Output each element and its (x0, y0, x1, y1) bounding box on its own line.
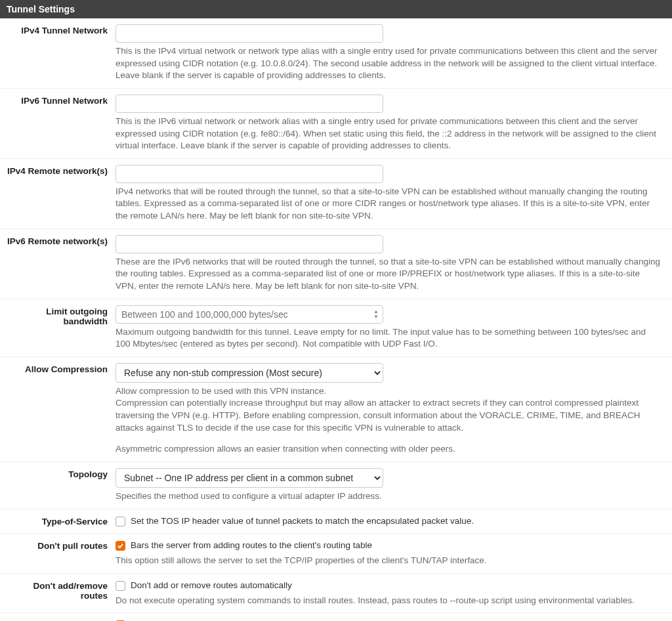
help-dont-add: Do not execute operating system commands… (116, 595, 663, 607)
label-ipv6-tunnel: IPv6 Tunnel Network (4, 95, 116, 152)
panel-title: Tunnel Settings (7, 4, 75, 14)
label-compression: Allow Compression (4, 363, 116, 456)
row-ipv4-tunnel: IPv4 Tunnel Network This is the IPv4 vir… (0, 18, 672, 89)
help-ipv4-tunnel: This is the IPv4 virtual network or netw… (116, 45, 663, 82)
checkbox-label-tos: Set the TOS IP header value of tunnel pa… (131, 515, 474, 528)
row-compression: Allow Compression Refuse any non-stub co… (0, 357, 672, 462)
help-ipv6-remote: These are the IPv6 networks that will be… (116, 256, 663, 293)
label-dont-add: Don't add/remove routes (4, 580, 116, 607)
checkbox-label-dont-pull: Bars the server from adding routes to th… (131, 540, 372, 552)
label-ipv6-remote: IPv6 Remote network(s) (4, 235, 116, 293)
row-ipv4-remote: IPv4 Remote network(s) IPv4 networks tha… (0, 159, 672, 229)
label-dont-pull: Don't pull routes (4, 540, 116, 567)
checkbox-tos[interactable] (116, 517, 125, 526)
input-bandwidth[interactable] (116, 305, 383, 324)
panel-header: Tunnel Settings (0, 0, 672, 18)
row-dont-pull: Don't pull routes Bars the server from a… (0, 534, 672, 574)
select-compression[interactable]: Refuse any non-stub compression (Most se… (116, 363, 383, 383)
row-tos: Type-of-Service Set the TOS IP header va… (0, 509, 672, 534)
help-ipv6-tunnel: This is the IPv6 virtual network or netw… (116, 116, 663, 152)
row-ipv6-remote: IPv6 Remote network(s) These are the IPv… (0, 229, 672, 299)
select-topology[interactable]: Subnet -- One IP address per client in a… (116, 468, 383, 488)
label-bandwidth: Limit outgoing bandwidth (4, 305, 116, 351)
input-ipv6-remote[interactable] (116, 235, 383, 253)
row-ipv6-tunnel: IPv6 Tunnel Network This is the IPv6 vir… (0, 89, 672, 159)
label-tos: Type-of-Service (4, 515, 116, 528)
checkbox-dont-add[interactable] (116, 581, 125, 591)
help-ipv4-remote: IPv4 networks that will be routed throug… (116, 186, 663, 223)
help-dont-pull: This option still allows the server to s… (116, 555, 663, 567)
input-ipv4-tunnel[interactable] (116, 24, 383, 43)
help-compression: Allow compression to be used with this V… (116, 385, 663, 456)
row-pull-dns: Pull DNS Add server provided DNS If this… (0, 613, 672, 621)
label-topology: Topology (4, 468, 116, 503)
input-ipv6-tunnel[interactable] (116, 95, 383, 113)
label-ipv4-remote: IPv4 Remote network(s) (4, 165, 116, 223)
check-icon (117, 542, 124, 549)
help-topology: Specifies the method used to configure a… (116, 490, 663, 503)
row-dont-add: Don't add/remove routes Don't add or rem… (0, 574, 672, 614)
row-topology: Topology Subnet -- One IP address per cl… (0, 462, 672, 509)
checkbox-label-dont-add: Don't add or remove routes automatically (131, 580, 292, 592)
number-spinner-icon[interactable]: ▲▼ (371, 308, 381, 321)
label-ipv4-tunnel: IPv4 Tunnel Network (4, 24, 116, 82)
input-ipv4-remote[interactable] (116, 165, 383, 183)
help-bandwidth: Maximum outgoing bandwidth for this tunn… (116, 326, 663, 351)
checkbox-dont-pull[interactable] (116, 541, 125, 551)
row-bandwidth: Limit outgoing bandwidth ▲▼ Maximum outg… (0, 299, 672, 357)
